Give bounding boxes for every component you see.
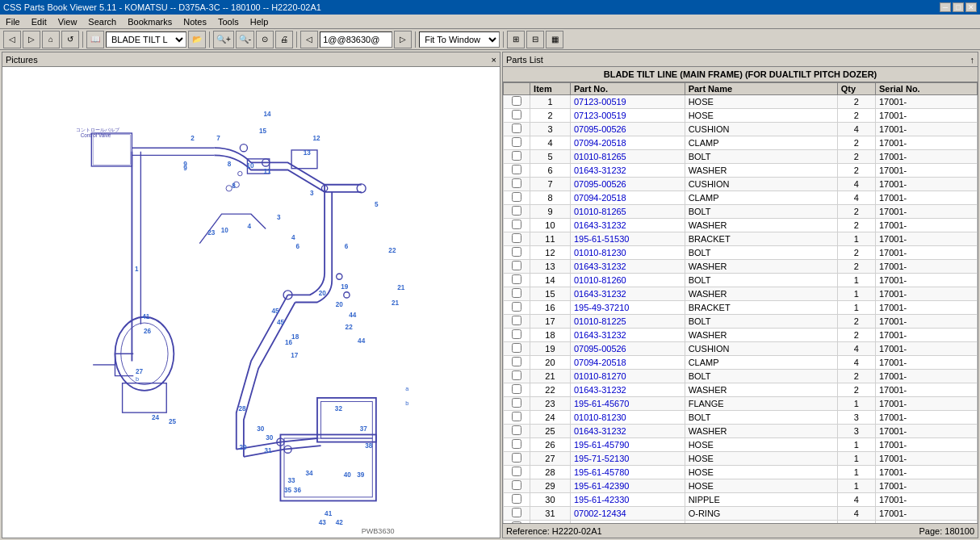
table-row[interactable]: 5 01010-81265 BOLT 2 17001- (504, 150, 978, 164)
row-checkbox[interactable] (512, 261, 521, 270)
table-row[interactable]: 31 07002-12434 O-RING 4 17001- (504, 507, 978, 521)
toolbar-fit-dropdown[interactable]: Fit To Window (419, 31, 500, 48)
menu-file[interactable]: File (3, 16, 23, 27)
row-checkbox[interactable] (512, 370, 521, 380)
table-row[interactable]: 27 195-71-52130 HOSE 1 17001- (504, 452, 978, 466)
menu-edit[interactable]: Edit (29, 16, 49, 27)
table-row[interactable]: 12 01010-81230 BOLT 2 17001- (504, 246, 978, 260)
cell-check[interactable] (504, 342, 530, 356)
row-checkbox[interactable] (512, 151, 521, 161)
table-row[interactable]: 9 01010-81265 BOLT 2 17001- (504, 205, 978, 219)
row-checkbox[interactable] (512, 494, 521, 504)
row-checkbox[interactable] (512, 165, 521, 174)
row-checkbox[interactable] (512, 453, 521, 463)
maximize-button[interactable]: □ (953, 2, 964, 12)
row-checkbox[interactable] (512, 233, 521, 243)
cell-check[interactable] (504, 397, 530, 411)
cell-check[interactable] (504, 164, 530, 178)
table-row[interactable]: 1 07123-00519 HOSE 2 17001- (504, 95, 978, 109)
toolbar-book-button[interactable]: 📖 (86, 31, 104, 48)
cell-check[interactable] (504, 383, 530, 397)
toolbar-open-button[interactable]: 📂 (188, 31, 206, 48)
table-row[interactable]: 28 195-61-45780 HOSE 1 17001- (504, 466, 978, 479)
cell-check[interactable] (504, 191, 530, 205)
cell-check[interactable] (504, 274, 530, 287)
toolbar-home-button[interactable]: ⌂ (42, 31, 60, 48)
table-row[interactable]: 30 195-61-42330 NIPPLE 4 17001- (504, 493, 978, 507)
row-checkbox[interactable] (512, 412, 521, 421)
menu-bookmarks[interactable]: Bookmarks (125, 16, 174, 27)
cell-check[interactable] (504, 178, 530, 191)
toolbar-page-next-button[interactable]: ▷ (394, 31, 412, 48)
diagram-panel-close[interactable]: × (492, 55, 496, 65)
row-checkbox[interactable] (512, 110, 521, 119)
table-row[interactable]: 2 07123-00519 HOSE 2 17001- (504, 109, 978, 123)
close-button[interactable]: ✕ (965, 2, 977, 12)
table-row[interactable]: 10 01643-31232 WASHER 2 17001- (504, 219, 978, 232)
toolbar-zoom-reset-button[interactable]: ⊙ (256, 31, 274, 48)
table-row[interactable]: 15 01643-31232 WASHER 1 17001- (504, 287, 978, 301)
row-checkbox[interactable] (512, 508, 521, 517)
table-row[interactable]: 16 195-49-37210 BRACKET 1 17001- (504, 301, 978, 315)
cell-check[interactable] (504, 109, 530, 123)
row-checkbox[interactable] (512, 96, 521, 106)
menu-help[interactable]: Help (248, 16, 271, 27)
cell-check[interactable] (504, 507, 530, 521)
table-row[interactable]: 25 01643-31232 WASHER 3 17001- (504, 425, 978, 438)
cell-check[interactable] (504, 438, 530, 452)
minimize-button[interactable]: ─ (940, 2, 951, 12)
table-row[interactable]: 6 01643-31232 WASHER 2 17001- (504, 164, 978, 178)
cell-check[interactable] (504, 301, 530, 315)
row-checkbox[interactable] (512, 123, 521, 133)
cell-check[interactable] (504, 356, 530, 370)
toolbar-zoom-in-button[interactable]: 🔍+ (213, 31, 234, 48)
row-checkbox[interactable] (512, 316, 521, 325)
cell-check[interactable] (504, 123, 530, 136)
row-checkbox[interactable] (512, 480, 521, 490)
toolbar-page-input[interactable] (320, 31, 392, 48)
toolbar-print-button[interactable]: 🖨 (275, 31, 293, 48)
table-row[interactable]: 24 01010-81230 BOLT 3 17001- (504, 411, 978, 425)
table-row[interactable]: 26 195-61-45790 HOSE 1 17001- (504, 438, 978, 452)
table-row[interactable]: 23 195-61-45670 FLANGE 1 17001- (504, 397, 978, 411)
cell-check[interactable] (504, 452, 530, 466)
table-row[interactable]: 14 01010-81260 BOLT 1 17001- (504, 274, 978, 287)
row-checkbox[interactable] (512, 357, 521, 366)
cell-check[interactable] (504, 493, 530, 507)
table-row[interactable]: 18 01643-31232 WASHER 2 17001- (504, 329, 978, 342)
toolbar-extra-btn2[interactable]: ⊟ (526, 31, 544, 48)
row-checkbox[interactable] (512, 178, 521, 188)
row-checkbox[interactable] (512, 137, 521, 147)
cell-check[interactable] (504, 315, 530, 329)
row-checkbox[interactable] (512, 302, 521, 312)
toolbar-extra-btn3[interactable]: ▦ (546, 31, 563, 48)
cell-check[interactable] (504, 370, 530, 383)
row-checkbox[interactable] (512, 220, 521, 229)
diagram-content[interactable]: コントロールバルブ Control Valve 2 7 14 15 12 8 9… (2, 67, 500, 538)
table-row[interactable]: 3 07095-00526 CUSHION 4 17001- (504, 123, 978, 136)
toolbar-zoom-out-button[interactable]: 🔍- (236, 31, 254, 48)
menu-view[interactable]: View (56, 16, 80, 27)
cell-check[interactable] (504, 466, 530, 479)
row-checkbox[interactable] (512, 206, 521, 216)
row-checkbox[interactable] (512, 384, 521, 394)
cell-check[interactable] (504, 246, 530, 260)
table-row[interactable]: 4 07094-20518 CLAMP 2 17001- (504, 136, 978, 150)
cell-check[interactable] (504, 219, 530, 232)
cell-check[interactable] (504, 136, 530, 150)
table-row[interactable]: 22 01643-31232 WASHER 2 17001- (504, 383, 978, 397)
table-row[interactable]: 11 195-61-51530 BRACKET 1 17001- (504, 232, 978, 246)
cell-check[interactable] (504, 329, 530, 342)
row-checkbox[interactable] (512, 343, 521, 353)
toolbar-refresh-button[interactable]: ↺ (61, 31, 79, 48)
cell-check[interactable] (504, 479, 530, 493)
row-checkbox[interactable] (512, 288, 521, 298)
row-checkbox[interactable] (512, 467, 521, 476)
table-row[interactable]: 7 07095-00526 CUSHION 4 17001- (504, 178, 978, 191)
row-checkbox[interactable] (512, 398, 521, 408)
cell-check[interactable] (504, 260, 530, 274)
cell-check[interactable] (504, 95, 530, 109)
toolbar-extra-btn1[interactable]: ⊞ (507, 31, 525, 48)
table-row[interactable]: 20 07094-20518 CLAMP 4 17001- (504, 356, 978, 370)
parts-panel-pin[interactable]: ↑ (970, 55, 975, 65)
